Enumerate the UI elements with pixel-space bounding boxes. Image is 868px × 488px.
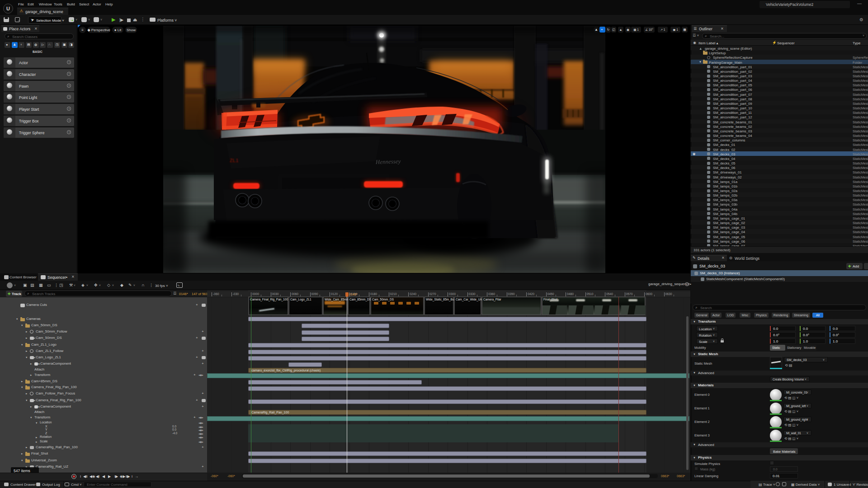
svg-text:ZL1: ZL1 xyxy=(230,158,239,163)
svg-text:Hennessey: Hennessey xyxy=(375,158,401,165)
